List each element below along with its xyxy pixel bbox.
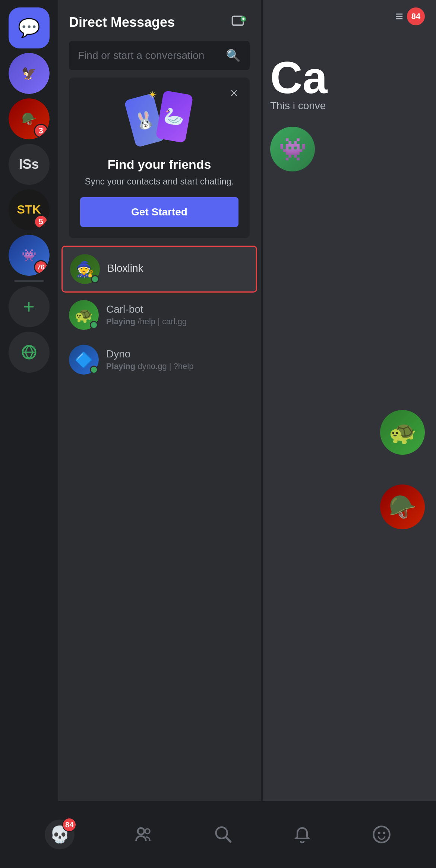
add-icon: +	[23, 296, 34, 318]
close-icon: ×	[230, 85, 238, 101]
search-bottom-icon	[214, 825, 233, 844]
right-carlbot-avatar: 🐢	[380, 410, 425, 455]
new-dm-icon	[230, 14, 247, 31]
dm-icon: 💬	[18, 18, 40, 38]
explore-icon	[19, 343, 39, 362]
dm-list: 🧙 Bloxlink 🐢 Carl-bot Playing /help | ca…	[58, 246, 261, 382]
card-illustration: ✴ 🐰 🦢	[80, 89, 238, 148]
svg-point-12	[378, 831, 380, 834]
bell-icon	[293, 825, 312, 844]
dyno-status: Playing dyno.gg | ?help	[106, 362, 250, 371]
right-avatar-bot3: 🪖	[380, 484, 425, 529]
stk-badge: 5	[34, 215, 48, 229]
right-panel: ≡ 84 Ca This i conve 👾 🐢 🪖	[263, 0, 436, 868]
bloxlink-name: Bloxlink	[107, 262, 249, 274]
bloxlink-info: Bloxlink	[107, 262, 249, 276]
sidebar-item-stk[interactable]: STK 5	[9, 189, 50, 230]
profile-icon	[372, 825, 391, 844]
bloxlink-online-dot	[91, 275, 99, 283]
close-card-button[interactable]: ×	[226, 85, 242, 101]
carlbot-status-bold: Playing	[106, 317, 138, 326]
notification-badge: 84	[407, 7, 425, 25]
add-server-button[interactable]: +	[9, 286, 50, 327]
bottom-nav: 💀 84	[0, 801, 436, 868]
bottom-avatar: 💀 84	[45, 820, 75, 849]
svg-point-7	[138, 828, 144, 834]
carlbot-avatar-container: 🐢	[69, 300, 99, 330]
sidebar-item-server1[interactable]: 🦅	[9, 53, 50, 94]
find-friends-subtitle: Sync your contacts and start chatting.	[80, 176, 238, 187]
bottom-nav-search[interactable]	[214, 825, 233, 844]
server2-badge: 3	[34, 124, 48, 138]
bottom-badge: 84	[62, 818, 76, 832]
svg-line-10	[225, 837, 230, 842]
dyno-status-bold: Playing	[106, 362, 138, 371]
phone-right: 🦢	[155, 90, 193, 143]
carlbot-status: Playing /help | carl.gg	[106, 317, 250, 326]
bottom-nav-avatar[interactable]: 💀 84	[45, 820, 75, 849]
sidebar: 💬 🦅 🪖 3 ISs STK 5 👾 76 +	[0, 0, 58, 868]
explore-button[interactable]	[9, 332, 50, 373]
dyno-name: Dyno	[106, 348, 250, 360]
dm-title: Direct Messages	[69, 15, 175, 30]
sidebar-item-war[interactable]: 👾 76	[9, 235, 50, 276]
search-icon: 🔍	[226, 48, 241, 63]
sidebar-item-server2[interactable]: 🪖 3	[9, 98, 50, 139]
carlbot-info: Carl-bot Playing /help | carl.gg	[106, 303, 250, 326]
search-placeholder-text: Find or start a conversation	[78, 50, 221, 61]
bottom-nav-notifications[interactable]	[293, 825, 312, 844]
carlbot-online-dot	[90, 321, 98, 329]
dyno-online-dot	[90, 366, 98, 374]
right-header: ≡ 84	[263, 0, 436, 33]
stk-label: STK	[17, 203, 41, 216]
war-badge: 76	[34, 260, 48, 274]
dm-item-carlbot[interactable]: 🐢 Carl-bot Playing /help | carl.gg	[61, 293, 257, 337]
sidebar-item-iss[interactable]: ISs	[9, 144, 50, 185]
server1-avatar: 🦅	[9, 53, 50, 94]
sidebar-divider	[14, 280, 44, 282]
channel-description-partial: This i conve	[270, 100, 326, 112]
right-avatar-bot2: 🐢	[380, 410, 425, 455]
dm-item-dyno[interactable]: 🔷 Dyno Playing dyno.gg | ?help	[61, 337, 257, 382]
bloxlink-avatar-container: 🧙	[70, 254, 100, 284]
notification-count: 84	[407, 7, 425, 25]
sparkle-icon: ✴	[148, 89, 157, 101]
svg-point-11	[373, 826, 389, 842]
sidebar-item-dm[interactable]: 💬	[9, 7, 50, 48]
find-friends-card: × ✴ 🐰 🦢 Find your friends Sync your cont…	[69, 78, 250, 238]
dm-panel: Direct Messages Find or start a conversa…	[58, 0, 261, 868]
right-avatar-bot1: 👾	[270, 127, 315, 171]
carlbot-name: Carl-bot	[106, 303, 250, 315]
find-friends-title: Find your friends	[80, 157, 238, 172]
dyno-avatar-container: 🔷	[69, 345, 99, 375]
phones-graphic: ✴ 🐰 🦢	[126, 89, 193, 148]
dyno-info: Dyno Playing dyno.gg | ?help	[106, 348, 250, 371]
search-bar[interactable]: Find or start a conversation 🔍	[69, 41, 250, 70]
iss-avatar: ISs	[9, 144, 50, 185]
right-user-avatar: 🪖	[380, 484, 425, 529]
right-content: Ca This i conve 👾	[263, 33, 436, 194]
dm-header: Direct Messages	[58, 0, 261, 41]
dm-item-bloxlink[interactable]: 🧙 Bloxlink	[61, 246, 257, 293]
friends-icon	[135, 825, 154, 844]
svg-point-8	[145, 829, 150, 834]
channel-name-partial: Ca	[270, 55, 327, 100]
get-started-button[interactable]: Get Started	[80, 197, 238, 227]
svg-point-13	[383, 831, 385, 834]
bottom-nav-profile[interactable]	[372, 825, 391, 844]
new-dm-button[interactable]	[227, 11, 250, 34]
hamburger-icon[interactable]: ≡	[395, 9, 403, 24]
bottom-nav-friends[interactable]	[135, 825, 154, 844]
